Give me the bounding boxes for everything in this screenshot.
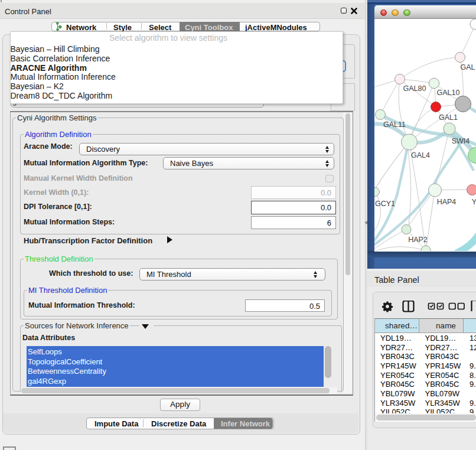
svg-text:GAL1: GAL1 — [439, 113, 458, 122]
svg-text:Y: Y — [472, 198, 476, 206]
svg-text:GAL: GAL — [460, 63, 475, 71]
svg-text:SWI4: SWI4 — [452, 137, 470, 145]
svg-text:GAL10: GAL10 — [437, 89, 460, 97]
svg-text:GCY1: GCY1 — [375, 200, 395, 208]
svg-text:HAP2: HAP2 — [408, 236, 428, 244]
svg-text:HAP4: HAP4 — [437, 198, 457, 206]
svg-text:GAL4: GAL4 — [411, 151, 430, 159]
svg-text:GAL11: GAL11 — [383, 120, 406, 129]
svg-text:GAL80: GAL80 — [403, 84, 426, 93]
